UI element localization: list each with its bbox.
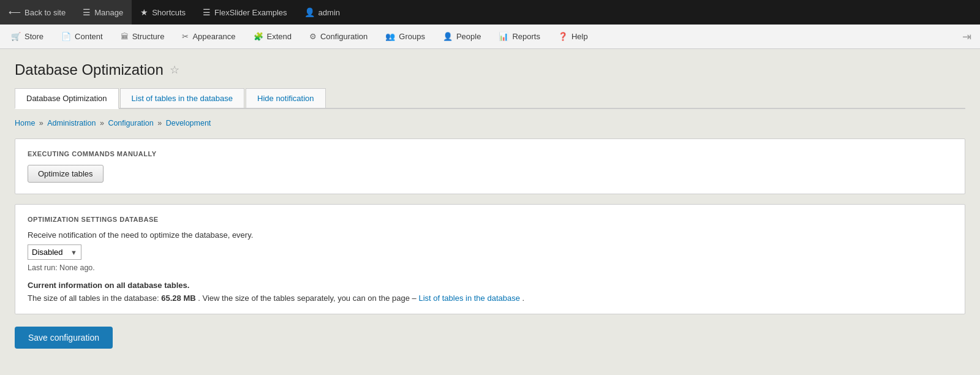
nav-groups[interactable]: 👥 Groups bbox=[377, 25, 434, 48]
last-run-text: Last run: None ago. bbox=[28, 263, 952, 272]
page-title: Database Optimization bbox=[15, 61, 164, 78]
help-icon: ❓ bbox=[558, 32, 568, 41]
nav-structure[interactable]: 🏛 Structure bbox=[112, 25, 174, 48]
nav-bar: 🛒 Store 📄 Content 🏛 Structure ✂ Appearan… bbox=[0, 25, 980, 49]
main-content: Database Optimization ☆ Database Optimiz… bbox=[0, 49, 980, 363]
manage-menu[interactable]: ☰ Manage bbox=[74, 0, 132, 25]
breadcrumb-administration[interactable]: Administration bbox=[47, 119, 96, 127]
people-icon: 👤 bbox=[443, 32, 453, 41]
nav-help[interactable]: ❓ Help bbox=[549, 25, 597, 48]
notification-dropdown[interactable]: Disabled Daily Weekly Monthly bbox=[28, 245, 67, 259]
tab-database-optimization[interactable]: Database Optimization bbox=[15, 88, 119, 109]
tab-bar: Database Optimization List of tables in … bbox=[15, 88, 965, 109]
nav-store[interactable]: 🛒 Store bbox=[2, 25, 53, 48]
configuration-icon: ⚙ bbox=[309, 32, 317, 41]
structure-icon: 🏛 bbox=[121, 32, 129, 41]
tab-list-tables[interactable]: List of tables in the database bbox=[120, 88, 245, 108]
star-icon: ★ bbox=[140, 7, 148, 17]
extend-icon: 🧩 bbox=[254, 32, 263, 41]
db-size: 65.28 MB bbox=[161, 294, 195, 303]
current-info-text: The size of all tables in the database: … bbox=[28, 294, 952, 303]
tab-hide-notification[interactable]: Hide notification bbox=[246, 88, 326, 108]
current-info-before: The size of all tables in the database: bbox=[28, 294, 159, 303]
current-info-middle: . View the size of the tables separately… bbox=[198, 294, 417, 303]
shortcuts-menu[interactable]: ★ Shortcuts bbox=[132, 0, 194, 25]
breadcrumb-configuration[interactable]: Configuration bbox=[108, 119, 153, 127]
user-icon: 👤 bbox=[304, 7, 315, 17]
appearance-icon: ✂ bbox=[182, 32, 189, 41]
flexslider-menu[interactable]: ☰ FlexSlider Examples bbox=[194, 0, 296, 25]
page-title-container: Database Optimization ☆ bbox=[15, 61, 965, 78]
executing-commands-card: EXECUTING COMMANDS MANUALLY Optimize tab… bbox=[15, 138, 965, 194]
nav-bar-toggle[interactable]: ⇥ bbox=[962, 25, 978, 48]
nav-extend[interactable]: 🧩 Extend bbox=[245, 25, 301, 48]
breadcrumb: Home » Administration » Configuration » … bbox=[15, 119, 965, 127]
current-info-title: Current information on all database tabl… bbox=[28, 281, 952, 290]
admin-bar: ⟵ Back to site ☰ Manage ★ Shortcuts ☰ Fl… bbox=[0, 0, 980, 25]
notification-select-wrapper: Disabled Daily Weekly Monthly ▼ bbox=[28, 244, 81, 260]
save-configuration-button[interactable]: Save configuration bbox=[15, 327, 113, 349]
executing-commands-title: EXECUTING COMMANDS MANUALLY bbox=[28, 150, 952, 157]
flexslider-icon: ☰ bbox=[203, 7, 211, 17]
nav-people[interactable]: 👤 People bbox=[434, 25, 490, 48]
breadcrumb-development[interactable]: Development bbox=[166, 119, 211, 127]
nav-reports[interactable]: 📊 Reports bbox=[490, 25, 549, 48]
list-tables-link[interactable]: List of tables in the database bbox=[418, 294, 520, 303]
nav-content[interactable]: 📄 Content bbox=[53, 25, 112, 48]
back-to-site[interactable]: ⟵ Back to site bbox=[0, 0, 74, 25]
reports-icon: 📊 bbox=[499, 32, 508, 41]
current-info-after: . bbox=[522, 294, 525, 303]
bookmark-icon[interactable]: ☆ bbox=[170, 63, 179, 77]
store-icon: 🛒 bbox=[11, 32, 21, 41]
nav-appearance[interactable]: ✂ Appearance bbox=[173, 25, 244, 48]
optimization-settings-title: OPTIMIZATION SETTINGS DATABASE bbox=[28, 216, 952, 223]
breadcrumb-home[interactable]: Home bbox=[15, 119, 35, 127]
groups-icon: 👥 bbox=[385, 32, 395, 41]
optimization-settings-card: OPTIMIZATION SETTINGS DATABASE Receive n… bbox=[15, 204, 965, 314]
nav-configuration[interactable]: ⚙ Configuration bbox=[301, 25, 377, 48]
optimize-tables-button[interactable]: Optimize tables bbox=[28, 165, 104, 183]
dropdown-arrow-icon: ▼ bbox=[67, 246, 81, 259]
notification-label: Receive notification of the need to opti… bbox=[28, 230, 952, 240]
manage-icon: ☰ bbox=[83, 7, 91, 17]
admin-user-menu[interactable]: 👤 admin bbox=[296, 0, 349, 25]
content-icon: 📄 bbox=[61, 32, 71, 41]
back-icon: ⟵ bbox=[9, 7, 21, 17]
